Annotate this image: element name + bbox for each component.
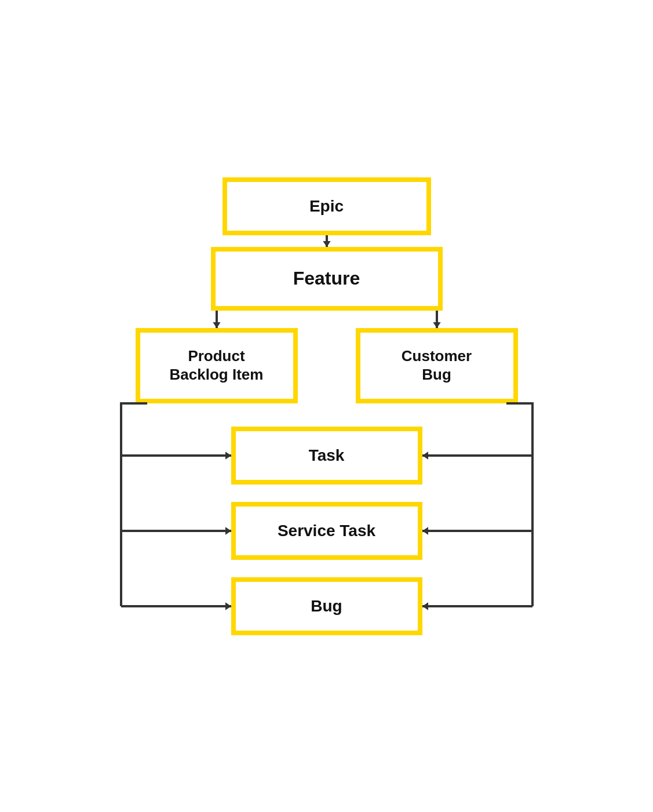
epic-label: Epic (309, 196, 344, 216)
customer-bug-box: CustomerBug (356, 328, 518, 403)
task-label: Task (309, 446, 345, 465)
feature-label: Feature (293, 267, 360, 289)
feature-box: Feature (211, 247, 443, 311)
pbi-label: ProductBacklog Item (170, 347, 264, 383)
bug-box: Bug (231, 577, 422, 635)
pbi-box: ProductBacklog Item (136, 328, 298, 403)
service-task-label: Service Task (278, 521, 375, 541)
diagram: Epic Feature ProductBacklog Item Custome… (124, 154, 530, 658)
customer-bug-label: CustomerBug (402, 347, 472, 383)
service-task-box: Service Task (231, 502, 422, 560)
epic-box: Epic (222, 177, 431, 235)
bug-label: Bug (311, 596, 342, 616)
task-box: Task (231, 427, 422, 485)
